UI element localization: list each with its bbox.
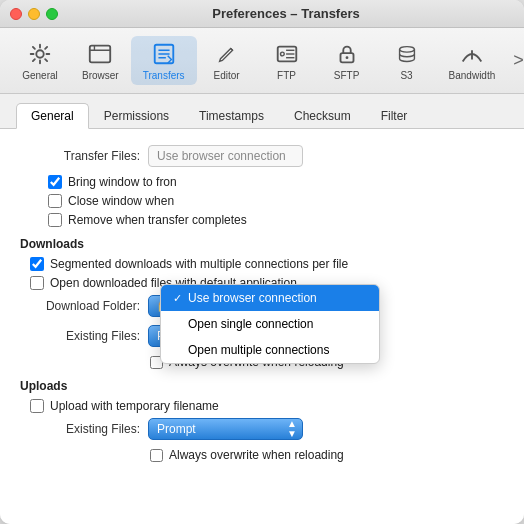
segmented-downloads-row: Segmented downloads with multiple connec… xyxy=(30,257,504,271)
svg-point-14 xyxy=(345,56,348,59)
toolbar-item-transfers[interactable]: Transfers xyxy=(131,36,197,85)
tab-timestamps[interactable]: Timestamps xyxy=(184,103,279,129)
checkmark-icon: ✓ xyxy=(173,292,182,305)
browser-icon xyxy=(86,40,114,68)
toolbar-item-editor[interactable]: Editor xyxy=(197,36,257,85)
existing-files-downloads-label: Existing Files: xyxy=(20,329,140,343)
bring-window-label: Bring window to fron xyxy=(68,175,177,189)
toolbar-label-sftp: SFTP xyxy=(334,70,360,81)
tab-checksum[interactable]: Checksum xyxy=(279,103,366,129)
close-button[interactable] xyxy=(10,8,22,20)
traffic-lights xyxy=(10,8,58,20)
maximize-button[interactable] xyxy=(46,8,58,20)
s3-icon xyxy=(393,40,421,68)
svg-point-9 xyxy=(280,52,284,56)
open-downloaded-checkbox[interactable] xyxy=(30,276,44,290)
existing-files-uploads-select-wrapper: Prompt ▲▼ xyxy=(148,418,303,440)
toolbar-label-editor: Editor xyxy=(214,70,240,81)
toolbar-item-browser[interactable]: Browser xyxy=(70,36,131,85)
tab-general[interactable]: General xyxy=(16,103,89,129)
close-window-checkbox[interactable] xyxy=(48,194,62,208)
tabs-container: General Permissions Timestamps Checksum … xyxy=(0,94,524,129)
bandwidth-icon xyxy=(458,40,486,68)
segmented-downloads-checkbox[interactable] xyxy=(30,257,44,271)
editor-icon xyxy=(213,40,241,68)
transfer-files-label: Transfer Files: xyxy=(20,149,140,163)
upload-temp-checkbox[interactable] xyxy=(30,399,44,413)
toolbar-item-ftp[interactable]: FTP xyxy=(257,36,317,85)
bring-window-row: Bring window to fron xyxy=(48,175,504,189)
sftp-icon xyxy=(333,40,361,68)
minimize-button[interactable] xyxy=(28,8,40,20)
always-overwrite-uploads-row: Always overwrite when reloading xyxy=(150,448,504,462)
always-overwrite-uploads-checkbox[interactable] xyxy=(150,449,163,462)
always-overwrite-uploads-label: Always overwrite when reloading xyxy=(169,448,344,462)
dropdown-item-open-multiple[interactable]: ✓ Open multiple connections xyxy=(161,337,379,363)
upload-temp-label: Upload with temporary filename xyxy=(50,399,219,413)
uploads-title: Uploads xyxy=(20,379,504,393)
existing-files-uploads-label: Existing Files: xyxy=(20,422,140,436)
remove-when-row: Remove when transfer completes xyxy=(48,213,504,227)
segmented-downloads-label: Segmented downloads with multiple connec… xyxy=(50,257,348,271)
toolbar-item-sftp[interactable]: SFTP xyxy=(317,36,377,85)
dropdown-item-use-browser[interactable]: ✓ Use browser connection xyxy=(161,285,379,311)
gear-icon xyxy=(26,40,54,68)
content-area: Transfer Files: Use browser connection B… xyxy=(0,129,524,524)
tab-permissions[interactable]: Permissions xyxy=(89,103,184,129)
toolbar-items: General Browser xyxy=(10,36,507,85)
remove-when-label: Remove when transfer completes xyxy=(68,213,247,227)
upload-temp-row: Upload with temporary filename xyxy=(30,399,504,413)
ftp-icon xyxy=(273,40,301,68)
remove-when-checkbox[interactable] xyxy=(48,213,62,227)
tab-filter[interactable]: Filter xyxy=(366,103,423,129)
preferences-window: Preferences – Transfers General xyxy=(0,0,524,524)
download-folder-label: Download Folder: xyxy=(20,299,140,313)
existing-files-uploads-select[interactable]: Prompt xyxy=(148,418,303,440)
transfer-files-row: Transfer Files: Use browser connection xyxy=(20,145,504,167)
toolbar-item-bandwidth[interactable]: Bandwidth xyxy=(437,36,508,85)
close-window-row: Close window when xyxy=(48,194,504,208)
toolbar-overflow[interactable]: >> xyxy=(507,46,524,75)
titlebar: Preferences – Transfers xyxy=(0,0,524,28)
toolbar-item-s3[interactable]: S3 xyxy=(377,36,437,85)
existing-files-uploads-row: Existing Files: Prompt ▲▼ xyxy=(20,418,504,440)
bring-window-checkbox[interactable] xyxy=(48,175,62,189)
toolbar-label-transfers: Transfers xyxy=(143,70,185,81)
toolbar-label-s3: S3 xyxy=(400,70,412,81)
toolbar-item-general[interactable]: General xyxy=(10,36,70,85)
downloads-title: Downloads xyxy=(20,237,504,251)
dropdown-item-open-single-label: Open single connection xyxy=(188,317,313,331)
svg-point-15 xyxy=(399,47,414,53)
dropdown-item-use-browser-label: Use browser connection xyxy=(188,291,317,305)
toolbar-label-ftp: FTP xyxy=(277,70,296,81)
toolbar-label-general: General xyxy=(22,70,58,81)
toolbar-label-browser: Browser xyxy=(82,70,119,81)
transfer-files-value: Use browser connection xyxy=(157,149,286,163)
transfer-files-dropdown: ✓ Use browser connection ✓ Open single c… xyxy=(160,284,380,364)
svg-rect-1 xyxy=(90,46,110,63)
toolbar: General Browser xyxy=(0,28,524,94)
close-window-label: Close window when xyxy=(68,194,174,208)
window-title: Preferences – Transfers xyxy=(58,6,514,21)
transfer-files-field[interactable]: Use browser connection xyxy=(148,145,303,167)
dropdown-item-open-single[interactable]: ✓ Open single connection xyxy=(161,311,379,337)
toolbar-label-bandwidth: Bandwidth xyxy=(449,70,496,81)
transfers-icon xyxy=(150,40,178,68)
dropdown-item-open-multiple-label: Open multiple connections xyxy=(188,343,329,357)
svg-point-0 xyxy=(36,50,43,57)
